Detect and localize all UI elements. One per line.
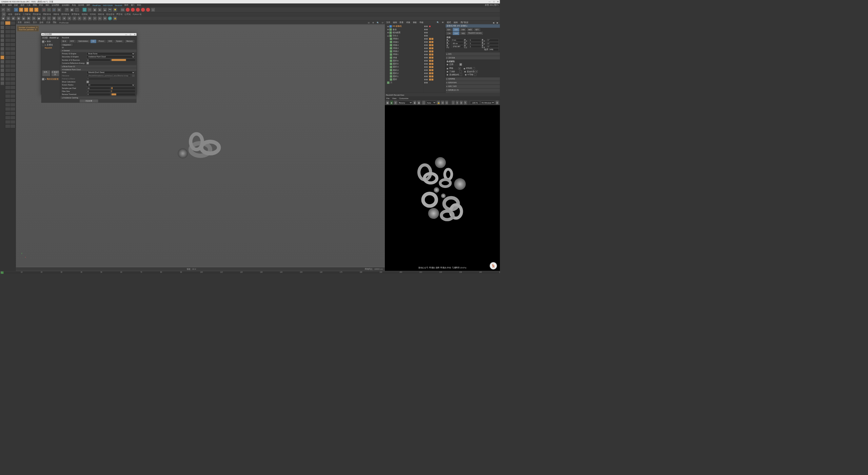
section-brute-force[interactable]: ▸ Brute Force GI (60, 65, 137, 68)
object-row[interactable]: 圆环.1 (386, 75, 423, 78)
object-flags-row[interactable] (424, 81, 445, 84)
palette-row[interactable] (5, 77, 16, 81)
render-settings-icon[interactable]: 🎥 (75, 7, 79, 12)
attr-subtab[interactable]: 对象 (459, 28, 467, 32)
aov-select[interactable]: Beauty (398, 101, 412, 104)
rv-menu-item[interactable]: Customize (399, 97, 408, 99)
sx-input[interactable] (470, 39, 481, 42)
palette-row[interactable] (5, 21, 16, 25)
palette-row[interactable] (5, 60, 16, 64)
tri-checkbox[interactable] (459, 70, 462, 73)
snap-icon[interactable] (0, 56, 4, 60)
menu-item[interactable]: 帮助 (137, 4, 141, 7)
dlg-tab-opt[interactable]: Optimization (76, 39, 90, 43)
dlg-tab-gi[interactable]: GI (90, 39, 96, 43)
objmgr-menu-item[interactable]: 文件 (386, 21, 390, 24)
spp-input[interactable] (86, 87, 110, 90)
menu-item[interactable]: 运动图形 (52, 4, 59, 7)
reset-layout-icon[interactable]: ⊞ (2, 12, 6, 17)
px-input[interactable] (452, 39, 463, 42)
sy-input[interactable] (470, 42, 481, 45)
enable-checkbox[interactable]: ✓ (459, 63, 462, 66)
recent-tool[interactable]: ✦ (34, 7, 39, 12)
palette-row[interactable] (5, 94, 16, 98)
field-tab[interactable]: 径向域 (90, 13, 96, 16)
py-input[interactable] (452, 42, 463, 45)
menu-item[interactable]: 运动跟踪 (62, 4, 70, 7)
menu-item[interactable]: 工具 (26, 4, 31, 7)
grid-checkbox[interactable]: ✓ (458, 67, 461, 70)
diag-checkbox[interactable] (473, 67, 475, 70)
menu-item[interactable]: 网格 (33, 4, 37, 7)
spiral-checkbox[interactable] (460, 74, 462, 76)
rv-settings-icon[interactable]: ⊞ (496, 100, 499, 105)
menu-item[interactable]: 脚本 (124, 4, 129, 7)
tool-icon[interactable]: ✫ (57, 16, 61, 21)
radius-select[interactable]: 16 (86, 84, 135, 87)
field-tab[interactable]: 图锥体域 (43, 13, 51, 16)
palette-row[interactable] (5, 120, 16, 124)
tool-icon[interactable]: ✪ (52, 16, 56, 21)
palette-row[interactable] (5, 69, 16, 73)
palette-row[interactable] (5, 81, 16, 86)
palette-row[interactable] (5, 116, 16, 120)
rp-input[interactable] (487, 42, 499, 45)
dlg-tab-photon[interactable]: Photon (96, 39, 106, 43)
tool-icon[interactable] (0, 73, 4, 77)
field-tab[interactable]: 线性域 (82, 13, 87, 16)
menu-item[interactable]: 体积 (45, 4, 50, 7)
attr-subtab[interactable]: 物理 (467, 28, 474, 32)
tool-icon[interactable] (0, 60, 4, 64)
object-flags-row[interactable] (424, 25, 445, 28)
poly-mode-icon[interactable] (0, 43, 4, 47)
menu-item[interactable]: 创建 (14, 4, 18, 7)
rv-crop-icon[interactable]: ⬚ (422, 100, 426, 105)
object-row[interactable]: ⊟空白.1 (386, 34, 423, 37)
keyframe2-icon[interactable] (141, 7, 145, 12)
object-flags-row[interactable] (424, 53, 445, 56)
tool-icon[interactable]: ✦ (42, 16, 46, 21)
keyframe-icon[interactable] (136, 7, 140, 12)
rb-input[interactable] (487, 45, 499, 48)
vp-menu-item[interactable]: ProRender (59, 21, 69, 23)
bounces-input[interactable] (86, 59, 110, 61)
dlg-tab-system[interactable]: System (114, 39, 124, 43)
minimize-button[interactable]: — (489, 1, 491, 3)
vp-menu-item[interactable]: 过滤 (46, 21, 50, 24)
object-flags-row[interactable] (424, 78, 445, 81)
palette-row[interactable] (5, 34, 16, 38)
tool-icon[interactable] (0, 69, 4, 73)
my-settings-label[interactable]: 我的渲染设置 (47, 78, 59, 80)
objmgr-menu-item[interactable]: 标签 (413, 21, 417, 24)
field-tab[interactable]: 胶囊体域 (72, 13, 79, 16)
rv-circle-icon[interactable]: ○ (452, 100, 455, 105)
object-row[interactable]: 球体 (386, 56, 423, 59)
rv-lock-icon[interactable]: 🔒 (437, 100, 440, 105)
dialog-minimize-icon[interactable]: — (125, 33, 127, 35)
attr-tab[interactable]: 用户数据 (460, 21, 468, 24)
rv-tool-icon[interactable]: ◉ (417, 100, 421, 105)
object-flags-row[interactable] (424, 40, 445, 43)
object-row[interactable]: 圆环.6 (386, 59, 423, 62)
conserve-checkbox[interactable]: ✓ (86, 62, 89, 64)
deformer-icon[interactable]: ◈ (98, 7, 102, 12)
attr-subtab[interactable]: 细节 (474, 28, 481, 32)
coord-system-icon[interactable]: ⊞ (57, 7, 61, 12)
rv-down-icon[interactable]: ▾ (456, 100, 459, 105)
tool-icon[interactable]: ◒ (21, 16, 26, 21)
object-flags-row[interactable] (424, 28, 445, 31)
retrace-slider[interactable] (112, 93, 135, 95)
object-flags-row[interactable] (424, 69, 445, 72)
object-flags-row[interactable] (424, 47, 445, 50)
object-flags[interactable] (424, 24, 445, 93)
tool-icon[interactable]: ◔ (32, 16, 36, 21)
section-ipc[interactable]: ▾ Irradiance Point Cloud (60, 68, 137, 71)
texture-mode-icon[interactable] (0, 47, 4, 51)
tool-icon[interactable]: fx (98, 16, 102, 21)
object-row[interactable]: 球体.4 (386, 44, 423, 47)
edge-mode-icon[interactable] (0, 38, 4, 42)
dlg-tab-memory[interactable]: Memory (124, 39, 135, 43)
object-row[interactable]: ⊞备份 (386, 28, 423, 31)
rh-input[interactable] (487, 39, 499, 42)
rv-tool-icon[interactable]: ◐ (413, 100, 417, 105)
